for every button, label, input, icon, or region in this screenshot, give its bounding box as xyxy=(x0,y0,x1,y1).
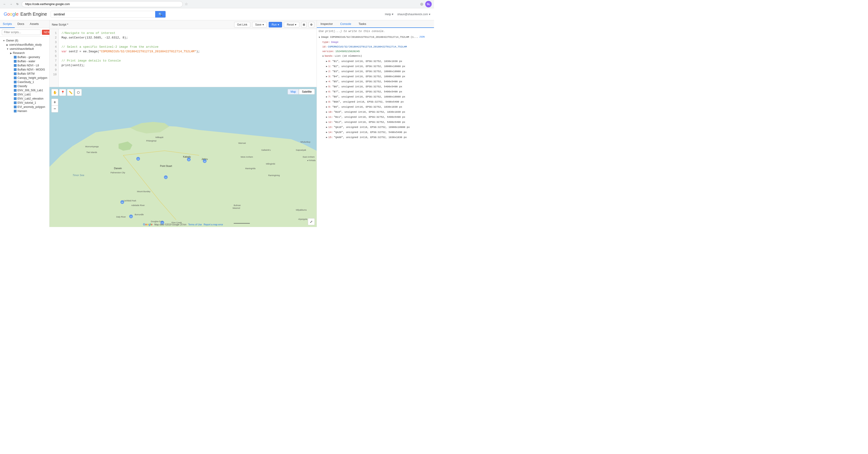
save-button[interactable]: Save ▾ xyxy=(252,22,267,27)
left-panel: Scripts Docs Assets NEW ▾ ▼ Owner (6) ▶ … xyxy=(0,20,50,227)
run-button[interactable]: Run ▾ xyxy=(269,22,282,27)
user-menu[interactable]: shaun@shaunlevick.com ▾ xyxy=(397,13,430,16)
report-error[interactable]: Report a map error xyxy=(204,223,223,226)
code-editor[interactable]: //Navigate to area of interest Map.setCe… xyxy=(59,29,317,87)
bands-root-node: ▼ bands: List (16 elements) xyxy=(322,54,432,59)
list-item[interactable]: Hansen xyxy=(9,109,48,113)
band-node-14: ▶ 14: "QA20", unsigned int16, EPSG:32752… xyxy=(326,130,432,135)
list-item[interactable]: Buffalo NDVI - L8 xyxy=(9,63,48,67)
band-expand-15[interactable]: ▶ xyxy=(326,136,328,140)
list-item[interactable]: ENV_Lab1 xyxy=(9,92,48,96)
grid-button[interactable]: ⊞ xyxy=(301,22,307,27)
band-expand-5[interactable]: ▶ xyxy=(326,85,328,89)
band-val-13: "QA10", unsigned int16, EPSG:32752, 1098… xyxy=(334,125,410,129)
band-expand-14[interactable]: ▶ xyxy=(326,131,328,135)
image-expand-icon[interactable]: ▼ xyxy=(319,35,320,40)
tab-console[interactable]: Console xyxy=(336,20,355,28)
list-item[interactable]: Buffalo NDVI - MODIS xyxy=(9,67,48,72)
list-item[interactable]: Classify xyxy=(9,84,48,88)
band-expand-9[interactable]: ▶ xyxy=(326,105,328,109)
user-avatar[interactable]: SL xyxy=(425,1,432,7)
editor-header: New Script * Get Link Save ▾ Run ▾ Reset… xyxy=(50,20,317,29)
app-logo: Google Earth Engine xyxy=(4,11,47,17)
svg-text:Milyakburra: Milyakburra xyxy=(296,209,307,211)
search-button[interactable]: 🔍 xyxy=(155,11,165,18)
band-expand-10[interactable]: ▶ xyxy=(326,110,328,114)
zoom-in-button[interactable]: + xyxy=(51,98,58,106)
back-button[interactable]: ← xyxy=(2,2,7,6)
map-expand-button[interactable]: ⤢ xyxy=(308,218,315,225)
extensions-icon[interactable]: ⊕ xyxy=(420,2,424,7)
filter-scripts-input[interactable] xyxy=(2,29,40,35)
reset-button[interactable]: Reset ▾ xyxy=(284,22,299,27)
default-label: users/shaun/default xyxy=(10,47,34,51)
search-input[interactable] xyxy=(51,11,155,18)
svg-text:Gapuwiyak: Gapuwiyak xyxy=(296,149,306,151)
satellite-view-button[interactable]: Satellite xyxy=(299,89,315,94)
marker-tool-button[interactable]: 📍 xyxy=(59,89,66,96)
list-item[interactable]: ENV_tutorial_1 xyxy=(9,101,48,105)
file-icon xyxy=(14,56,17,59)
tab-tasks[interactable]: Tasks xyxy=(355,20,370,28)
band-node-15: ▶ 15: "QA60", unsigned int16, EPSG:32752… xyxy=(326,135,432,140)
terms-of-use[interactable]: Terms of Use xyxy=(188,223,202,226)
svg-text:Mount Bundey: Mount Bundey xyxy=(137,190,151,193)
hand-tool-button[interactable]: ✋ xyxy=(51,89,58,96)
band-expand-4[interactable]: ▶ xyxy=(326,80,328,84)
band-expand-3[interactable]: ▶ xyxy=(326,75,328,79)
file-icon xyxy=(14,102,17,104)
editor-title: New Script * xyxy=(52,23,232,26)
tree-buffalo-study-folder[interactable]: ▶ users/shaun/Buffalo_study xyxy=(5,42,48,47)
help-menu[interactable]: Help ▾ xyxy=(385,12,394,16)
list-item[interactable]: Buffalo - water xyxy=(9,59,48,63)
svg-text:Weemol: Weemol xyxy=(232,207,240,209)
band-expand-2[interactable]: ▶ xyxy=(326,69,328,74)
forward-button[interactable]: → xyxy=(9,2,13,6)
list-item[interactable]: Buffalo SRTM xyxy=(9,72,48,76)
tab-inspector[interactable]: Inspector xyxy=(317,20,336,28)
line-tool-button[interactable]: 📏 xyxy=(67,89,74,96)
map-view-button[interactable]: Map xyxy=(287,89,299,94)
bookmark-star-icon[interactable]: ☆ xyxy=(185,2,188,6)
band-expand-12[interactable]: ▶ xyxy=(326,120,328,124)
band-expand-8[interactable]: ▶ xyxy=(326,100,328,104)
bands-expand-icon[interactable]: ▼ xyxy=(322,54,324,59)
list-item[interactable]: ENV_306_506_Lab1 xyxy=(9,88,48,92)
list-item[interactable]: Buffalo - geometry xyxy=(9,55,48,59)
tab-scripts[interactable]: Scripts xyxy=(0,20,15,28)
band-node-10: ▶ 10: "B10", unsigned int16, EPSG:32752,… xyxy=(326,110,432,115)
svg-text:▸Yirrkala: ▸Yirrkala xyxy=(307,159,315,162)
band-expand-1[interactable]: ▶ xyxy=(326,64,328,69)
tab-docs[interactable]: Docs xyxy=(15,20,27,28)
list-item[interactable]: Canopy_height_polygon xyxy=(9,76,48,80)
svg-text:36: 36 xyxy=(137,158,139,160)
polygon-tool-button[interactable]: ⬡ xyxy=(75,89,82,96)
image-header-text: Image COPERNICUS/S2/20180422T012719_2018… xyxy=(321,35,418,39)
map-type-buttons: Map Satellite xyxy=(287,89,315,94)
band-val-0: "B1", unsigned int16, EPSG:32752, 1830x1… xyxy=(332,59,402,63)
band-node-12: ▶ 12: "B12", unsigned int16, EPSG:32752,… xyxy=(326,120,432,125)
list-item[interactable]: CaseStudy_1 xyxy=(9,80,48,84)
settings-button[interactable]: ⚙ xyxy=(309,22,314,27)
json-link[interactable]: JSON xyxy=(419,35,425,39)
map-area[interactable]: Darwin Palmerston City Point Stuart Kaka… xyxy=(50,87,317,227)
list-item[interactable]: EVI_anomoly_polygon xyxy=(9,105,48,109)
tree-owner-folder[interactable]: ▼ Owner (6) xyxy=(2,38,48,42)
tab-assets[interactable]: Assets xyxy=(27,20,41,28)
band-expand-7[interactable]: ▶ xyxy=(326,95,328,99)
get-link-button[interactable]: Get Link xyxy=(234,22,250,27)
url-bar[interactable] xyxy=(22,1,183,7)
band-index-7: 7: xyxy=(328,95,331,99)
tree-default-folder[interactable]: ▼ users/shaun/default xyxy=(5,47,48,51)
list-item[interactable]: ENV_Lab2_elevation xyxy=(9,96,48,101)
file-icon xyxy=(14,89,17,92)
band-expand-11[interactable]: ▶ xyxy=(326,115,328,119)
tree-research-folder[interactable]: ▶ Research xyxy=(9,51,48,55)
refresh-button[interactable]: ↻ xyxy=(15,2,20,6)
band-expand-0[interactable]: ▶ xyxy=(326,59,328,64)
zoom-out-button[interactable]: − xyxy=(51,106,58,112)
band-val-10: "B10", unsigned int16, EPSG:32752, 1830x… xyxy=(334,110,405,114)
band-expand-6[interactable]: ▶ xyxy=(326,90,328,94)
svg-text:Darwin: Darwin xyxy=(114,167,122,170)
band-expand-13[interactable]: ▶ xyxy=(326,125,328,130)
